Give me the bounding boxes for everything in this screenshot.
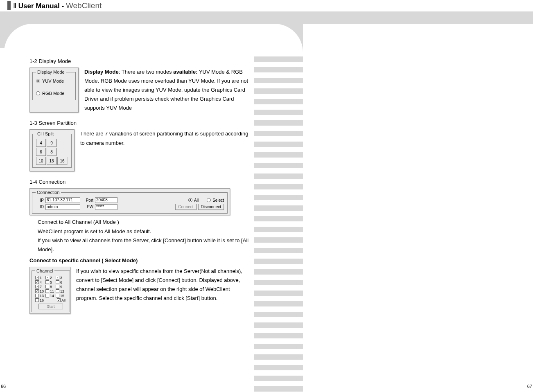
main-content: 1-2 Display Mode Display Mode YUV Mode R… bbox=[29, 53, 251, 318]
ch-split-panel: CH Split 4 9 6 8 10 13 16 bbox=[29, 129, 75, 171]
heading-select-mode: Connect to specific channel ( Select Mod… bbox=[29, 257, 251, 264]
text-1-2-p1: : There are two modes bbox=[119, 69, 173, 75]
channel-number: 4 bbox=[40, 280, 45, 284]
channel-number: 3 bbox=[60, 276, 65, 280]
ip-label: IP bbox=[36, 198, 44, 203]
pw-label: PW bbox=[82, 205, 93, 209]
channel-checkbox[interactable] bbox=[45, 276, 49, 279]
channel-number: 8 bbox=[50, 285, 55, 289]
channel-row: 131415 bbox=[35, 294, 66, 298]
channel-number: 1 bbox=[40, 276, 45, 280]
connect-button[interactable]: Connect bbox=[175, 204, 196, 210]
radio-rgb[interactable] bbox=[36, 91, 40, 95]
channel-number: 5 bbox=[50, 280, 55, 284]
display-mode-legend: Display Mode bbox=[36, 70, 66, 74]
page-number-left: 66 bbox=[1, 384, 6, 389]
split-9-button[interactable]: 9 bbox=[47, 139, 56, 147]
ch-split-grid: 4 9 6 8 10 13 16 bbox=[36, 139, 68, 165]
text-1-2-p2: YUV Mode & RGB Mode. RGB Mode uses more … bbox=[84, 69, 248, 111]
radio-rgb-label: RGB Mode bbox=[42, 91, 64, 96]
conn-row-2: ID admin PW ***** Connect Disconnect bbox=[36, 204, 224, 210]
split-4-button[interactable]: 4 bbox=[36, 139, 46, 147]
split-6-button[interactable]: 6 bbox=[36, 148, 46, 156]
channel-number: 10 bbox=[40, 289, 45, 293]
ip-input[interactable]: 61.107.32.171 bbox=[45, 197, 80, 203]
row-1-3: CH Split 4 9 6 8 10 13 16 There are 7 va… bbox=[29, 129, 251, 171]
channel-checkbox[interactable] bbox=[45, 280, 49, 284]
channel-row: 789 bbox=[35, 285, 66, 289]
channel-number: 16 bbox=[40, 298, 45, 302]
conn-para2: WebClient program is set to All Mode as … bbox=[38, 227, 251, 236]
split-10-button[interactable]: 10 bbox=[36, 157, 46, 165]
text-1-2-b1: Display Mode bbox=[84, 69, 119, 75]
channel-checkbox[interactable] bbox=[57, 298, 61, 302]
heading-1-4: 1-4 Connection bbox=[29, 179, 251, 185]
row-select-mode: Channel 12345678910111213141516All Start… bbox=[29, 267, 251, 314]
heading-1-3: 1-3 Screen Partition bbox=[29, 120, 251, 126]
channel-number: 15 bbox=[60, 294, 65, 298]
channel-checkbox[interactable] bbox=[56, 280, 59, 284]
channel-number: 11 bbox=[50, 289, 55, 293]
radio-all[interactable] bbox=[188, 198, 192, 202]
radio-rgb-row[interactable]: RGB Mode bbox=[36, 91, 72, 96]
header-light-text: WebClient bbox=[66, 1, 102, 10]
curve-white bbox=[4, 24, 258, 56]
channel-row: 16All bbox=[35, 298, 66, 302]
header-bold-text: User Manual - bbox=[18, 2, 64, 10]
pw-input[interactable]: ***** bbox=[95, 204, 117, 210]
start-button[interactable]: Start bbox=[38, 304, 63, 309]
channel-checkbox[interactable] bbox=[35, 294, 39, 297]
radio-select-label: Select bbox=[212, 198, 224, 203]
channel-checkbox[interactable] bbox=[35, 285, 39, 288]
channel-legend: Channel bbox=[35, 268, 54, 273]
channel-checkbox[interactable] bbox=[56, 289, 59, 293]
channel-fieldset: Channel 12345678910111213141516All Start bbox=[32, 268, 70, 312]
gray-strip bbox=[0, 11, 533, 24]
channel-number: 9 bbox=[60, 285, 65, 289]
id-label: ID bbox=[36, 205, 44, 209]
split-8-button[interactable]: 8 bbox=[47, 148, 56, 156]
channel-row: 123 bbox=[35, 276, 66, 280]
header-ornament bbox=[7, 1, 11, 10]
channel-checkbox[interactable] bbox=[35, 280, 39, 284]
split-13-button[interactable]: 13 bbox=[47, 157, 56, 165]
radio-all-label: All bbox=[194, 198, 199, 203]
row-1-2: Display Mode YUV Mode RGB Mode Display M… bbox=[29, 68, 251, 113]
channel-row: 101112 bbox=[35, 289, 66, 293]
display-mode-panel: Display Mode YUV Mode RGB Mode bbox=[29, 68, 79, 113]
radio-select[interactable] bbox=[207, 198, 211, 202]
id-input[interactable]: admin bbox=[45, 204, 80, 210]
channel-rows: 12345678910111213141516All bbox=[35, 276, 66, 302]
disconnect-button[interactable]: Disconnect bbox=[198, 204, 224, 210]
right-stripes bbox=[254, 56, 303, 392]
channel-checkbox[interactable] bbox=[45, 285, 49, 288]
radio-yuv[interactable] bbox=[36, 79, 40, 83]
radio-yuv-label: YUV Mode bbox=[42, 79, 64, 83]
connection-panel: Connection IP 61.107.32.171 Port 20408 A… bbox=[29, 188, 230, 215]
channel-number: 13 bbox=[40, 294, 45, 298]
port-label: Port bbox=[82, 198, 93, 203]
channel-checkbox[interactable] bbox=[45, 289, 49, 293]
conn-row-1: IP 61.107.32.171 Port 20408 All Select bbox=[36, 197, 224, 203]
channel-checkbox[interactable] bbox=[56, 294, 59, 297]
channel-checkbox[interactable] bbox=[35, 289, 39, 293]
heading-1-2: 1-2 Display Mode bbox=[29, 58, 251, 64]
channel-checkbox[interactable] bbox=[35, 298, 39, 302]
channel-checkbox[interactable] bbox=[35, 276, 39, 279]
text-1-2: Display Mode: There are two modes availa… bbox=[84, 68, 251, 113]
channel-checkbox[interactable] bbox=[56, 276, 59, 279]
channel-checkbox[interactable] bbox=[56, 285, 59, 288]
channel-number: 12 bbox=[60, 289, 65, 293]
channel-panel: Channel 12345678910111213141516All Start bbox=[29, 267, 70, 314]
connection-fieldset: Connection IP 61.107.32.171 Port 20408 A… bbox=[32, 190, 228, 214]
header-title: Ⅱ User Manual - WebClient bbox=[13, 1, 102, 10]
text-1-3: There are 7 variations of screen partiti… bbox=[80, 129, 251, 171]
split-16-button[interactable]: 16 bbox=[57, 157, 67, 165]
display-mode-fieldset: Display Mode YUV Mode RGB Mode bbox=[32, 70, 76, 100]
channel-row: 456 bbox=[35, 280, 66, 284]
port-input[interactable]: 20408 bbox=[95, 197, 117, 203]
radio-yuv-row[interactable]: YUV Mode bbox=[36, 79, 72, 83]
channel-number: 14 bbox=[50, 294, 55, 298]
channel-number: All bbox=[61, 298, 66, 302]
channel-checkbox[interactable] bbox=[45, 294, 49, 297]
